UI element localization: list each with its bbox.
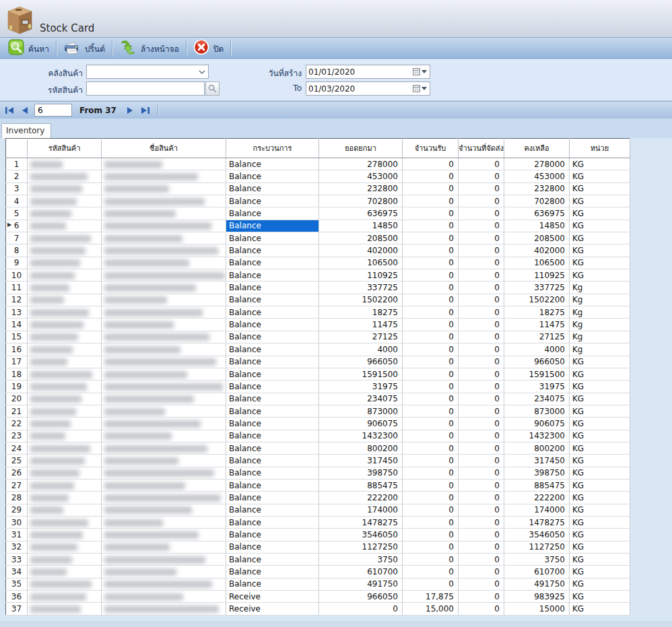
remaining-cell[interactable]: 11475 (504, 319, 570, 331)
table-row[interactable]: 28 Balance 222200 0 0 222200 KG (6, 492, 630, 504)
opening-balance-cell[interactable]: 610700 (319, 566, 403, 578)
shipped-qty-cell[interactable]: 0 (459, 479, 504, 491)
row-number-cell[interactable]: 23 (6, 430, 28, 442)
unit-cell[interactable]: KG (570, 418, 630, 430)
received-qty-cell[interactable]: 0 (403, 393, 459, 405)
table-row[interactable]: 24 Balance 800200 0 0 800200 KG (6, 442, 630, 454)
received-qty-cell[interactable]: 0 (403, 492, 459, 504)
product-code-cell[interactable] (28, 430, 102, 442)
product-name-cell[interactable] (102, 479, 226, 491)
table-row[interactable]: 1 Balance 278000 0 0 278000 KG (6, 158, 630, 170)
row-number-cell[interactable]: 21 (6, 405, 28, 417)
remaining-cell[interactable]: 1502200 (504, 294, 570, 306)
product-code-cell[interactable] (28, 442, 102, 454)
remaining-cell[interactable]: 906075 (504, 418, 570, 430)
product-name-cell[interactable] (102, 282, 226, 294)
received-qty-cell[interactable]: 17,875 (403, 591, 459, 603)
process-cell[interactable]: Balance (226, 195, 319, 207)
remaining-cell[interactable]: 873000 (504, 405, 570, 417)
shipped-qty-cell[interactable]: 0 (459, 430, 504, 442)
table-row[interactable]: ▶6 Balance 14850 0 0 14850 KG (6, 220, 630, 232)
unit-cell[interactable]: KG (570, 368, 630, 380)
process-cell[interactable]: Balance (226, 356, 319, 368)
received-qty-cell[interactable]: 0 (403, 529, 459, 541)
table-row[interactable]: 7 Balance 208500 0 0 208500 KG (6, 232, 630, 244)
table-row[interactable]: 37 Receive 0 15,000 0 15000 KG (6, 603, 630, 615)
remaining-cell[interactable]: 702800 (504, 195, 570, 207)
product-name-cell[interactable] (102, 294, 226, 306)
opening-balance-cell[interactable]: 4000 (319, 343, 403, 356)
unit-cell[interactable]: Kg (570, 331, 630, 343)
remaining-cell[interactable]: 4000 (504, 343, 570, 356)
product-name-cell[interactable] (102, 504, 226, 516)
shipped-qty-cell[interactable]: 0 (459, 356, 504, 368)
product-code-cell[interactable] (28, 529, 102, 541)
product-code-cell[interactable] (28, 603, 102, 615)
received-qty-cell[interactable]: 0 (403, 442, 459, 454)
unit-cell[interactable]: KG (570, 591, 630, 603)
unit-cell[interactable]: KG (570, 183, 630, 195)
opening-balance-cell[interactable]: 702800 (319, 195, 403, 207)
unit-cell[interactable]: KG (570, 257, 630, 269)
opening-balance-cell[interactable]: 317450 (319, 455, 403, 467)
process-cell[interactable]: Balance (226, 529, 319, 541)
table-row[interactable]: 3 Balance 232800 0 0 232800 KG (6, 183, 630, 195)
unit-cell[interactable]: KG (570, 244, 630, 257)
product-name-cell[interactable] (102, 331, 226, 343)
opening-balance-cell[interactable]: 885475 (319, 479, 403, 491)
shipped-qty-cell[interactable]: 0 (459, 269, 504, 282)
opening-balance-cell[interactable]: 14850 (319, 220, 403, 232)
unit-cell[interactable]: KG (570, 269, 630, 282)
process-cell[interactable]: Balance (226, 554, 319, 566)
row-number-cell[interactable]: 4 (6, 195, 28, 207)
remaining-cell[interactable]: 317450 (504, 455, 570, 467)
product-code-cell[interactable] (28, 343, 102, 356)
unit-cell[interactable]: KG (570, 170, 630, 183)
clear-screen-button[interactable]: ล้างหน้าจอ (113, 38, 185, 59)
date-to-input[interactable] (306, 83, 413, 94)
product-code-cell[interactable] (28, 195, 102, 207)
shipped-qty-cell[interactable]: 0 (459, 554, 504, 566)
table-row[interactable]: 17 Balance 966050 0 0 966050 KG (6, 356, 630, 368)
received-qty-cell[interactable]: 0 (403, 356, 459, 368)
row-number-cell[interactable]: 12 (6, 294, 28, 306)
col-header-row-number[interactable] (6, 139, 28, 158)
remaining-cell[interactable]: 453000 (504, 170, 570, 183)
row-number-cell[interactable]: 27 (6, 479, 28, 491)
unit-cell[interactable]: Kg (570, 343, 630, 356)
unit-cell[interactable]: KG (570, 467, 630, 479)
opening-balance-cell[interactable]: 1127250 (319, 541, 403, 553)
row-number-cell[interactable]: 28 (6, 492, 28, 504)
product-code-cell[interactable] (28, 504, 102, 516)
product-name-cell[interactable] (102, 170, 226, 183)
shipped-qty-cell[interactable]: 0 (459, 294, 504, 306)
process-cell[interactable]: Balance (226, 430, 319, 442)
product-name-cell[interactable] (102, 541, 226, 553)
received-qty-cell[interactable]: 15,000 (403, 603, 459, 615)
table-row[interactable]: 14 Balance 11475 0 0 11475 Kg (6, 319, 630, 331)
unit-cell[interactable]: KG (570, 356, 630, 368)
received-qty-cell[interactable]: 0 (403, 504, 459, 516)
product-name-cell[interactable] (102, 356, 226, 368)
received-qty-cell[interactable]: 0 (403, 541, 459, 553)
row-number-cell[interactable]: 11 (6, 282, 28, 294)
table-row[interactable]: 21 Balance 873000 0 0 873000 KG (6, 405, 630, 417)
table-row[interactable]: 35 Balance 491750 0 0 491750 KG (6, 578, 630, 590)
unit-cell[interactable]: KG (570, 158, 630, 170)
shipped-qty-cell[interactable]: 0 (459, 603, 504, 615)
process-cell[interactable]: Balance (226, 368, 319, 380)
opening-balance-cell[interactable]: 18275 (319, 306, 403, 319)
unit-cell[interactable]: Kg (570, 319, 630, 331)
process-cell[interactable]: Receive (226, 603, 319, 615)
process-cell[interactable]: Balance (226, 244, 319, 257)
table-row[interactable]: 13 Balance 18275 0 0 18275 Kg (6, 306, 630, 319)
remaining-cell[interactable]: 885475 (504, 479, 570, 491)
row-number-cell[interactable]: 18 (6, 368, 28, 380)
shipped-qty-cell[interactable]: 0 (459, 331, 504, 343)
product-name-cell[interactable] (102, 405, 226, 417)
remaining-cell[interactable]: 3546050 (504, 529, 570, 541)
table-row[interactable]: 36 Receive 966050 17,875 0 983925 KG (6, 591, 630, 603)
table-row[interactable]: 2 Balance 453000 0 0 453000 KG (6, 170, 630, 183)
remaining-cell[interactable]: 1478275 (504, 516, 570, 528)
row-number-cell[interactable]: 3 (6, 183, 28, 195)
